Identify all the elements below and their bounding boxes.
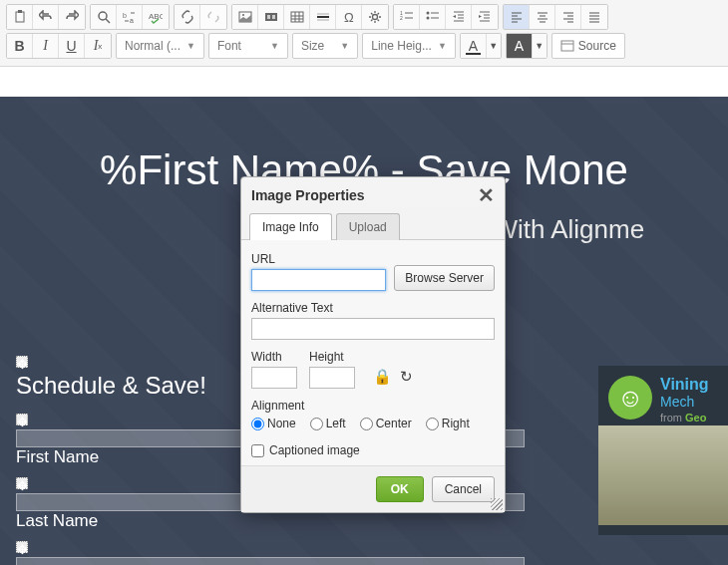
toolbar-row-2: B I U Ix Normal (...▼ Font▼ Size▼ Line H… (6, 33, 722, 59)
drag-handle-icon[interactable]: ✥ (16, 477, 28, 489)
svg-rect-10 (267, 15, 270, 19)
reset-size-icon[interactable]: ↻ (400, 368, 413, 386)
align-left-button[interactable] (504, 5, 530, 29)
svg-point-27 (426, 17, 429, 20)
specialchar-button[interactable]: Ω (336, 5, 362, 29)
captioned-label: Captioned image (269, 443, 360, 457)
bg-color-button[interactable]: A (507, 34, 533, 58)
alt-text-label: Alternative Text (251, 301, 495, 315)
svg-rect-11 (272, 15, 275, 19)
captioned-checkbox[interactable] (251, 444, 264, 457)
find-button[interactable] (91, 5, 117, 29)
settings-button[interactable] (362, 5, 388, 29)
alignment-label: Alignment (251, 399, 495, 413)
font-combo[interactable]: Font▼ (208, 33, 288, 59)
svg-rect-1 (18, 10, 22, 13)
text-color-button[interactable]: A (461, 34, 487, 58)
browse-server-button[interactable]: Browse Server (394, 265, 495, 291)
dialog-titlebar[interactable]: Image Properties ✕ (241, 177, 505, 213)
align-center-radio[interactable]: Center (360, 417, 412, 430)
svg-line-3 (106, 19, 110, 23)
svg-rect-9 (265, 13, 277, 21)
url-input[interactable] (251, 269, 386, 291)
image-properties-dialog: Image Properties ✕ Image Info Upload URL… (240, 176, 506, 513)
underline-button[interactable]: U (59, 34, 85, 58)
table-button[interactable] (284, 5, 310, 29)
svg-text:Ω: Ω (344, 10, 354, 24)
indent-button[interactable] (472, 5, 498, 29)
italic-button[interactable]: I (33, 34, 59, 58)
lineheight-combo[interactable]: Line Heig...▼ (362, 33, 456, 59)
garage-image (598, 425, 728, 525)
align-justify-button[interactable] (581, 5, 607, 29)
source-button[interactable]: Source (551, 33, 625, 59)
align-center-button[interactable] (530, 5, 555, 29)
bullet-list-button[interactable] (420, 5, 446, 29)
size-combo[interactable]: Size▼ (292, 33, 358, 59)
svg-point-26 (426, 12, 429, 15)
align-left-radio[interactable]: Left (310, 417, 346, 430)
dialog-body: URL Browse Server Alternative Text Width… (241, 239, 505, 465)
svg-text:a: a (130, 17, 134, 24)
email-row[interactable] (16, 557, 525, 565)
remove-format-button[interactable]: Ix (85, 34, 111, 58)
format-combo[interactable]: Normal (...▼ (116, 33, 204, 59)
smiley-icon: ☺ (608, 376, 652, 420)
drag-handle-icon[interactable]: ✥ (16, 414, 28, 425)
editor-toolbar: ba ABC Ω 12 B I (0, 0, 728, 67)
ok-button[interactable]: OK (376, 476, 424, 502)
numbered-list-button[interactable]: 12 (394, 5, 420, 29)
cancel-button[interactable]: Cancel (432, 476, 495, 502)
width-label: Width (251, 350, 297, 364)
redo-button[interactable] (59, 5, 85, 29)
paste-button[interactable] (7, 5, 33, 29)
svg-rect-54 (561, 41, 573, 51)
dialog-footer: OK Cancel (241, 465, 505, 512)
image-button[interactable] (232, 5, 258, 29)
svg-point-2 (99, 12, 107, 20)
undo-button[interactable] (33, 5, 59, 29)
source-icon (560, 39, 574, 53)
tab-upload[interactable]: Upload (336, 213, 400, 240)
outdent-button[interactable] (446, 5, 472, 29)
dialog-title: Image Properties (251, 187, 365, 203)
unlink-button[interactable] (200, 5, 226, 29)
dialog-tabs: Image Info Upload (241, 213, 505, 240)
svg-text:ABC: ABC (149, 12, 163, 21)
hr-button[interactable] (310, 5, 336, 29)
text-color-caret[interactable]: ▼ (487, 34, 501, 58)
svg-text:2: 2 (400, 15, 403, 21)
svg-rect-0 (16, 12, 24, 22)
height-input[interactable] (309, 367, 355, 389)
drag-handle-icon[interactable]: ✥ (16, 541, 28, 553)
tab-image-info[interactable]: Image Info (249, 213, 332, 240)
height-label: Height (309, 350, 355, 364)
width-input[interactable] (251, 367, 297, 389)
spellcheck-button[interactable]: ABC (143, 5, 169, 29)
embed-button[interactable] (258, 5, 284, 29)
align-right-button[interactable] (555, 5, 581, 29)
link-button[interactable] (175, 5, 200, 29)
drag-handle-icon[interactable]: ✥ (16, 356, 28, 368)
svg-point-21 (373, 15, 378, 20)
resize-grip[interactable] (491, 498, 503, 510)
svg-text:b: b (123, 12, 127, 19)
align-right-radio[interactable]: Right (426, 417, 470, 430)
url-label: URL (251, 252, 386, 266)
align-none-radio[interactable]: None (251, 417, 296, 430)
svg-rect-12 (291, 12, 303, 22)
lock-ratio-icon[interactable]: 🔒 (373, 368, 392, 386)
replace-button[interactable]: ba (117, 5, 143, 29)
bg-color-caret[interactable]: ▼ (533, 34, 546, 58)
alt-text-input[interactable] (251, 318, 495, 340)
close-icon[interactable]: ✕ (478, 185, 495, 205)
toolbar-row-1: ba ABC Ω 12 (6, 4, 722, 30)
svg-point-8 (242, 14, 244, 16)
bold-button[interactable]: B (7, 34, 33, 58)
lastname-label: Last Name (16, 511, 576, 531)
